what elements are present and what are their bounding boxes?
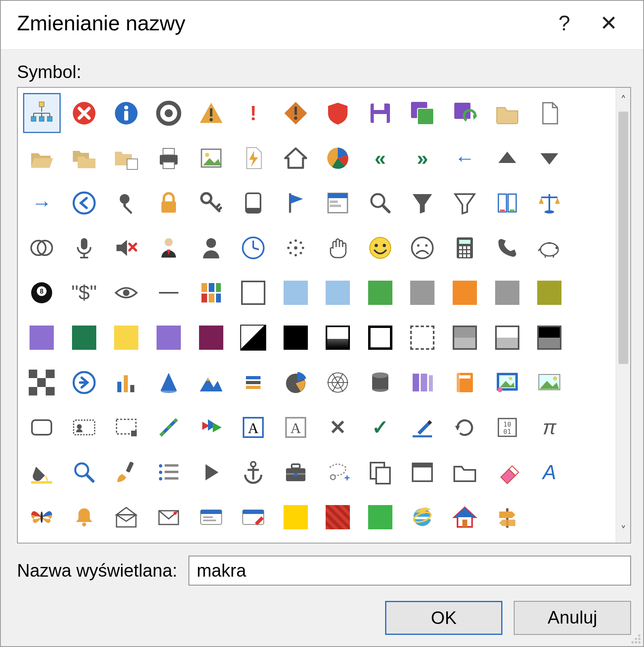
marquee-icon[interactable] [108, 408, 145, 447]
book-icon[interactable] [489, 183, 525, 222]
save-icon[interactable] [362, 93, 399, 133]
flag-icon[interactable] [277, 183, 314, 222]
butterfly-icon[interactable] [23, 498, 60, 537]
scales-icon[interactable] [531, 183, 568, 222]
square-yellow[interactable] [108, 318, 145, 357]
display-name-input[interactable] [189, 556, 631, 586]
square-gray2[interactable] [489, 273, 525, 312]
square-redhatch[interactable] [320, 498, 356, 537]
square-black[interactable] [277, 318, 314, 357]
checker-icon[interactable] [23, 363, 60, 402]
square-magenta[interactable] [193, 318, 229, 357]
close-button[interactable]: ✕ [587, 9, 631, 37]
arrow-left-icon[interactable]: ← [447, 138, 483, 178]
square-olive[interactable] [531, 273, 568, 312]
home-icon[interactable] [277, 138, 314, 178]
clock-icon[interactable] [235, 228, 272, 267]
symbol-grid[interactable]: !«»←→8"$"AA✕✓1001π+A [18, 88, 616, 543]
stacked-bars-icon[interactable] [235, 363, 272, 402]
pi-icon[interactable]: π [531, 408, 568, 447]
row-split-white[interactable] [489, 318, 525, 357]
zoom-icon[interactable] [66, 453, 103, 492]
eraser-icon[interactable] [489, 453, 525, 492]
bell-icon[interactable] [66, 498, 103, 537]
x-icon[interactable]: ✕ [320, 408, 356, 447]
pie-chart-icon[interactable] [320, 138, 356, 178]
cone-icon[interactable] [150, 363, 187, 402]
square-yellow2[interactable] [277, 498, 314, 537]
row-split-black[interactable] [531, 318, 568, 357]
record-circle-icon[interactable] [150, 93, 187, 133]
palette-tiles-icon[interactable] [193, 273, 229, 312]
exclamation-icon[interactable]: ! [235, 93, 272, 133]
brush-icon[interactable] [108, 453, 145, 492]
card-edit-icon[interactable] [235, 498, 272, 537]
paint-bucket-icon[interactable] [23, 453, 60, 492]
pin-icon[interactable] [108, 183, 145, 222]
mail-icon[interactable] [150, 498, 187, 537]
device-icon[interactable] [235, 183, 272, 222]
scroll-thumb[interactable] [619, 112, 628, 364]
ie-icon[interactable] [404, 498, 441, 537]
error-circle-icon[interactable] [66, 93, 103, 133]
square-green[interactable] [362, 273, 399, 312]
filter-filled-icon[interactable] [404, 183, 441, 222]
letter-a-grey-icon[interactable]: A [277, 408, 314, 447]
square-white[interactable] [235, 273, 272, 312]
mail-open-icon[interactable] [108, 498, 145, 537]
scatter-icon[interactable] [277, 228, 314, 267]
book-orange-icon[interactable] [447, 363, 483, 402]
eightball-icon[interactable]: 8 [23, 273, 60, 312]
calculator-icon[interactable] [447, 228, 483, 267]
spiderweb-icon[interactable] [320, 363, 356, 402]
picture-icon[interactable] [489, 363, 525, 402]
cancel-button[interactable]: Anuluj [514, 601, 631, 635]
binary-icon[interactable]: 1001 [489, 408, 525, 447]
venn-icon[interactable] [23, 228, 60, 267]
frown-icon[interactable] [404, 228, 441, 267]
copy-icon[interactable] [362, 453, 399, 492]
back-circle-icon[interactable] [66, 183, 103, 222]
square-green2[interactable] [362, 498, 399, 537]
help-button[interactable]: ? [542, 9, 587, 37]
check-icon[interactable]: ✓ [362, 408, 399, 447]
piggybank-icon[interactable] [531, 228, 568, 267]
printer-icon[interactable] [150, 138, 187, 178]
bar-chart-icon[interactable] [108, 363, 145, 402]
play-icon[interactable] [193, 453, 229, 492]
minus-icon[interactable] [150, 273, 187, 312]
folder-icon[interactable] [489, 93, 525, 133]
gradient-bottom[interactable] [320, 318, 356, 357]
window-icon[interactable] [404, 453, 441, 492]
play-arrows-icon[interactable] [193, 408, 229, 447]
key-icon[interactable] [193, 183, 229, 222]
phone-icon[interactable] [489, 228, 525, 267]
hand-icon[interactable] [320, 228, 356, 267]
folder-open-icon[interactable] [23, 138, 60, 178]
ok-button[interactable]: OK [385, 601, 502, 635]
list-icon[interactable] [150, 453, 187, 492]
square-violet[interactable] [23, 318, 60, 357]
arrow-right-icon[interactable]: → [23, 183, 60, 222]
symbol-scrollbar[interactable]: ˄ ˅ [616, 88, 630, 543]
folder-doc-icon[interactable] [108, 138, 145, 178]
filter-outline-icon[interactable] [447, 183, 483, 222]
image-icon[interactable] [193, 138, 229, 178]
scroll-up-icon[interactable]: ˄ [621, 93, 626, 107]
eye-icon[interactable] [108, 273, 145, 312]
mute-icon[interactable] [108, 228, 145, 267]
microphone-icon[interactable] [66, 228, 103, 267]
smiley-icon[interactable] [362, 228, 399, 267]
signpost-icon[interactable] [489, 498, 525, 537]
home-color-icon[interactable] [447, 498, 483, 537]
properties-icon[interactable] [320, 183, 356, 222]
save-refresh-icon[interactable] [447, 93, 483, 133]
cylinder-icon[interactable] [362, 363, 399, 402]
info-circle-icon[interactable] [108, 93, 145, 133]
search-icon[interactable] [362, 183, 399, 222]
resize-grip-icon[interactable] [630, 633, 642, 645]
lasso-add-icon[interactable]: + [320, 453, 356, 492]
warning-triangle-icon[interactable] [193, 93, 229, 133]
folders-icon[interactable] [66, 138, 103, 178]
edit-underline-icon[interactable] [404, 408, 441, 447]
